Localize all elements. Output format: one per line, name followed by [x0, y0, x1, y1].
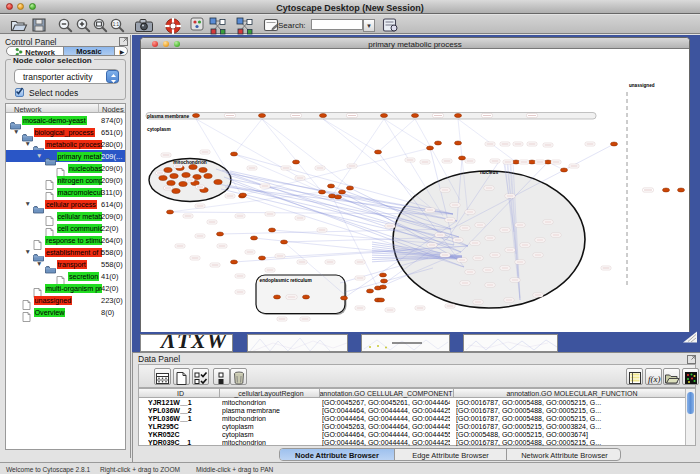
svg-text:mitochondrion: mitochondrion — [173, 160, 207, 165]
svg-text:endoplasmic reticulum: endoplasmic reticulum — [260, 278, 312, 283]
svg-text:nucleus: nucleus — [480, 170, 498, 175]
svg-text:unassigned: unassigned — [629, 83, 655, 88]
svg-text:cytoplasm: cytoplasm — [147, 127, 171, 132]
svg-text:1:1: 1:1 — [113, 22, 120, 27]
svg-text:f(x): f(x) — [648, 373, 661, 383]
svg-text:plasma membrane: plasma membrane — [147, 114, 189, 119]
